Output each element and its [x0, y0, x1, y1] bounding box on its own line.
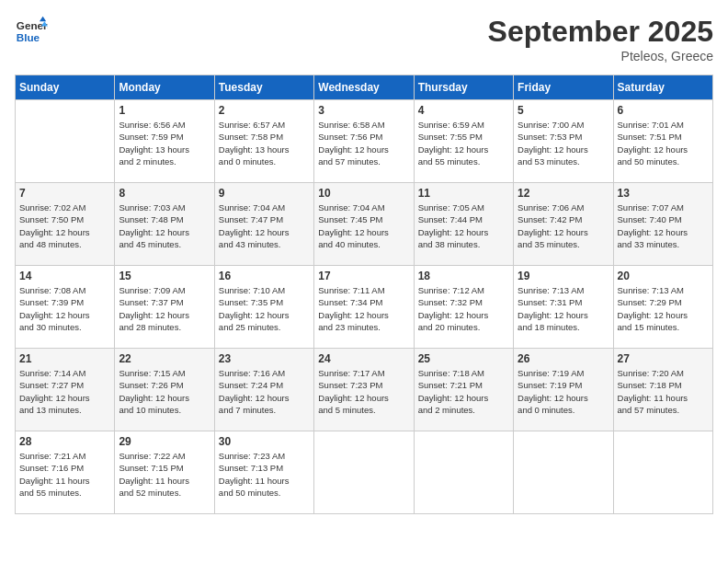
calendar-cell: 3Sunrise: 6:58 AMSunset: 7:56 PMDaylight… — [314, 100, 414, 183]
day-number: 30 — [219, 435, 310, 448]
calendar-cell: 13Sunrise: 7:07 AMSunset: 7:40 PMDayligh… — [613, 183, 712, 266]
day-number: 4 — [418, 104, 509, 117]
calendar-week-4: 21Sunrise: 7:14 AMSunset: 7:27 PMDayligh… — [16, 349, 713, 431]
day-info: Sunrise: 7:11 AMSunset: 7:34 PMDaylight:… — [318, 284, 409, 333]
day-number: 12 — [518, 187, 609, 200]
day-info: Sunrise: 6:57 AMSunset: 7:58 PMDaylight:… — [219, 119, 310, 167]
calendar-cell: 7Sunrise: 7:02 AMSunset: 7:50 PMDaylight… — [16, 183, 115, 266]
day-number: 15 — [119, 270, 210, 282]
calendar-table: SundayMondayTuesdayWednesdayThursdayFrid… — [15, 75, 713, 514]
day-info: Sunrise: 7:16 AMSunset: 7:24 PMDaylight:… — [219, 367, 310, 416]
day-info: Sunrise: 7:03 AMSunset: 7:48 PMDaylight:… — [119, 201, 210, 250]
day-info: Sunrise: 7:15 AMSunset: 7:26 PMDaylight:… — [119, 367, 210, 416]
calendar-cell: 10Sunrise: 7:04 AMSunset: 7:45 PMDayligh… — [314, 183, 414, 266]
day-number: 14 — [19, 270, 110, 282]
calendar-cell: 25Sunrise: 7:18 AMSunset: 7:21 PMDayligh… — [414, 349, 513, 431]
logo: General Blue — [15, 15, 48, 48]
calendar-cell: 27Sunrise: 7:20 AMSunset: 7:18 PMDayligh… — [613, 349, 712, 431]
day-info: Sunrise: 6:56 AMSunset: 7:59 PMDaylight:… — [119, 119, 210, 167]
weekday-header-saturday: Saturday — [613, 75, 712, 100]
calendar-cell: 17Sunrise: 7:11 AMSunset: 7:34 PMDayligh… — [314, 266, 414, 349]
calendar-week-3: 14Sunrise: 7:08 AMSunset: 7:39 PMDayligh… — [16, 266, 713, 349]
logo-icon: General Blue — [15, 15, 48, 48]
calendar-cell: 22Sunrise: 7:15 AMSunset: 7:26 PMDayligh… — [115, 349, 214, 431]
day-number: 25 — [418, 352, 509, 365]
day-info: Sunrise: 7:20 AMSunset: 7:18 PMDaylight:… — [618, 367, 709, 416]
day-info: Sunrise: 7:19 AMSunset: 7:19 PMDaylight:… — [518, 367, 609, 416]
day-number: 11 — [418, 187, 509, 200]
day-info: Sunrise: 7:06 AMSunset: 7:42 PMDaylight:… — [518, 201, 609, 250]
day-number: 8 — [119, 187, 210, 200]
day-number: 29 — [119, 435, 210, 448]
calendar-cell — [613, 431, 712, 514]
calendar-cell: 15Sunrise: 7:09 AMSunset: 7:37 PMDayligh… — [115, 266, 214, 349]
day-number: 26 — [518, 352, 609, 365]
weekday-header-sunday: Sunday — [16, 75, 115, 100]
weekday-header-friday: Friday — [514, 75, 613, 100]
weekday-header-wednesday: Wednesday — [314, 75, 414, 100]
day-number: 13 — [618, 187, 709, 200]
calendar-cell: 4Sunrise: 6:59 AMSunset: 7:55 PMDaylight… — [414, 100, 513, 183]
day-info: Sunrise: 7:13 AMSunset: 7:31 PMDaylight:… — [518, 284, 609, 333]
day-info: Sunrise: 7:21 AMSunset: 7:16 PMDaylight:… — [19, 450, 110, 499]
weekday-header-thursday: Thursday — [414, 75, 513, 100]
day-number: 1 — [119, 104, 210, 117]
location: Pteleos, Greece — [488, 49, 713, 63]
day-info: Sunrise: 7:05 AMSunset: 7:44 PMDaylight:… — [418, 201, 509, 250]
calendar-cell: 9Sunrise: 7:04 AMSunset: 7:47 PMDaylight… — [214, 183, 313, 266]
calendar-cell: 1Sunrise: 6:56 AMSunset: 7:59 PMDaylight… — [115, 100, 214, 183]
calendar-cell: 20Sunrise: 7:13 AMSunset: 7:29 PMDayligh… — [613, 266, 712, 349]
calendar-cell — [16, 100, 115, 183]
day-info: Sunrise: 7:04 AMSunset: 7:47 PMDaylight:… — [219, 201, 310, 250]
calendar-cell: 23Sunrise: 7:16 AMSunset: 7:24 PMDayligh… — [214, 349, 313, 431]
day-info: Sunrise: 7:04 AMSunset: 7:45 PMDaylight:… — [318, 201, 409, 250]
calendar-cell: 29Sunrise: 7:22 AMSunset: 7:15 PMDayligh… — [115, 431, 214, 514]
weekday-header-monday: Monday — [115, 75, 214, 100]
day-number: 18 — [418, 270, 509, 282]
calendar-week-5: 28Sunrise: 7:21 AMSunset: 7:16 PMDayligh… — [16, 431, 713, 514]
calendar-cell: 21Sunrise: 7:14 AMSunset: 7:27 PMDayligh… — [16, 349, 115, 431]
day-number: 24 — [318, 352, 409, 365]
day-info: Sunrise: 7:22 AMSunset: 7:15 PMDaylight:… — [119, 450, 210, 499]
calendar-cell: 14Sunrise: 7:08 AMSunset: 7:39 PMDayligh… — [16, 266, 115, 349]
day-number: 17 — [318, 270, 409, 282]
day-info: Sunrise: 7:13 AMSunset: 7:29 PMDaylight:… — [618, 284, 709, 333]
calendar-body: 1Sunrise: 6:56 AMSunset: 7:59 PMDaylight… — [16, 100, 713, 514]
calendar-cell — [414, 431, 513, 514]
calendar-cell: 5Sunrise: 7:00 AMSunset: 7:53 PMDaylight… — [514, 100, 613, 183]
calendar-cell: 11Sunrise: 7:05 AMSunset: 7:44 PMDayligh… — [414, 183, 513, 266]
calendar-cell: 30Sunrise: 7:23 AMSunset: 7:13 PMDayligh… — [214, 431, 313, 514]
calendar-cell: 2Sunrise: 6:57 AMSunset: 7:58 PMDaylight… — [214, 100, 313, 183]
day-number: 20 — [618, 270, 709, 282]
page-header: General Blue September 2025 Pteleos, Gre… — [15, 15, 713, 63]
calendar-cell: 8Sunrise: 7:03 AMSunset: 7:48 PMDaylight… — [115, 183, 214, 266]
calendar-cell: 6Sunrise: 7:01 AMSunset: 7:51 PMDaylight… — [613, 100, 712, 183]
calendar-cell: 19Sunrise: 7:13 AMSunset: 7:31 PMDayligh… — [514, 266, 613, 349]
day-number: 3 — [318, 104, 409, 117]
calendar-week-1: 1Sunrise: 6:56 AMSunset: 7:59 PMDaylight… — [16, 100, 713, 183]
day-info: Sunrise: 6:59 AMSunset: 7:55 PMDaylight:… — [418, 119, 509, 167]
day-info: Sunrise: 7:14 AMSunset: 7:27 PMDaylight:… — [19, 367, 110, 416]
calendar-cell: 26Sunrise: 7:19 AMSunset: 7:19 PMDayligh… — [514, 349, 613, 431]
month-title: September 2025 — [488, 15, 713, 49]
weekday-header-tuesday: Tuesday — [214, 75, 313, 100]
calendar-cell: 24Sunrise: 7:17 AMSunset: 7:23 PMDayligh… — [314, 349, 414, 431]
day-info: Sunrise: 7:08 AMSunset: 7:39 PMDaylight:… — [19, 284, 110, 333]
calendar-cell: 12Sunrise: 7:06 AMSunset: 7:42 PMDayligh… — [514, 183, 613, 266]
day-number: 19 — [518, 270, 609, 282]
day-info: Sunrise: 7:01 AMSunset: 7:51 PMDaylight:… — [618, 119, 709, 167]
calendar-cell — [514, 431, 613, 514]
day-number: 7 — [19, 187, 110, 200]
day-info: Sunrise: 6:58 AMSunset: 7:56 PMDaylight:… — [318, 119, 409, 167]
day-number: 9 — [219, 187, 310, 200]
day-number: 10 — [318, 187, 409, 200]
day-number: 2 — [219, 104, 310, 117]
day-info: Sunrise: 7:09 AMSunset: 7:37 PMDaylight:… — [119, 284, 210, 333]
day-info: Sunrise: 7:10 AMSunset: 7:35 PMDaylight:… — [219, 284, 310, 333]
day-info: Sunrise: 7:02 AMSunset: 7:50 PMDaylight:… — [19, 201, 110, 250]
calendar-cell: 18Sunrise: 7:12 AMSunset: 7:32 PMDayligh… — [414, 266, 513, 349]
calendar-cell — [314, 431, 414, 514]
day-number: 5 — [518, 104, 609, 117]
title-block: September 2025 Pteleos, Greece — [488, 15, 713, 63]
day-info: Sunrise: 7:00 AMSunset: 7:53 PMDaylight:… — [518, 119, 609, 167]
